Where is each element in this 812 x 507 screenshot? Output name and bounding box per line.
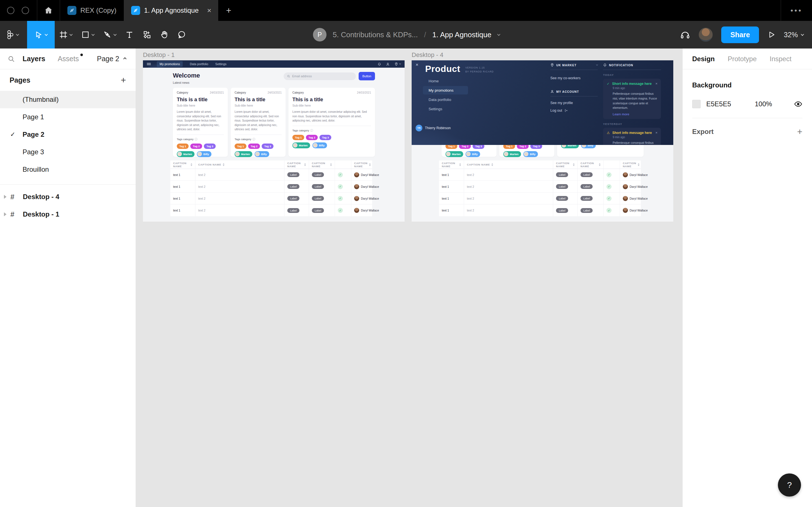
comment-tool-button[interactable] <box>173 21 190 49</box>
breadcrumb-project[interactable]: 5. Contributions & KDPs... <box>333 31 418 39</box>
main-toolbar: P 5. Contributions & KDPs... / 1. App Ag… <box>0 21 812 49</box>
page-item-page2[interactable]: ✓ Page 2 <box>0 126 136 143</box>
page-item-page1[interactable]: Page 1 <box>0 108 136 126</box>
mock-member-name: Marten <box>241 153 250 156</box>
layer-item-desktop-4[interactable]: # Desktop - 4 <box>0 188 136 206</box>
expand-triangle-icon[interactable] <box>4 212 6 216</box>
background-color-swatch[interactable] <box>692 100 701 108</box>
visibility-eye-icon[interactable] <box>794 100 802 108</box>
notification-body: Pellentesque consequat finibus nisi, vit… <box>613 91 657 110</box>
frame-tool-button[interactable] <box>55 21 77 49</box>
help-button[interactable]: ? <box>778 473 801 497</box>
frame-title-desktop-4[interactable]: Desktop - 4 <box>412 51 444 59</box>
mock-product-title: Product <box>425 64 460 74</box>
page-item-page3[interactable]: Page 3 <box>0 143 136 161</box>
canvas-frame-desktop-4[interactable]: My promotions Data portfolio Settings We… <box>412 60 673 222</box>
avatar <box>623 196 628 201</box>
search-icon[interactable] <box>0 55 22 63</box>
chevron-down-icon <box>596 64 598 66</box>
check-badge: ✓ <box>606 196 612 201</box>
mock-card-subtitle: Sub-title here <box>292 104 371 107</box>
cell-text1: text 1 <box>170 181 195 192</box>
layer-item-desktop-1[interactable]: # Desktop - 1 <box>0 206 136 223</box>
mock-nav-my-promotions: My promotions <box>157 61 183 67</box>
tab-inspect[interactable]: Inspect <box>770 55 792 63</box>
avatar <box>255 152 260 156</box>
close-icon: × <box>655 81 657 86</box>
mock-user-name: Thierry Robinson <box>425 126 451 130</box>
tab-prototype[interactable]: Prototype <box>728 55 757 63</box>
table-row: text 1 text 2 Label Label ✓ Daryl Wallac… <box>170 192 372 205</box>
mock-member-name: Marten <box>183 153 192 156</box>
pen-tool-button[interactable] <box>99 21 121 49</box>
tab-layers[interactable]: Layers <box>22 55 45 63</box>
close-tab-icon[interactable]: × <box>206 6 213 15</box>
location-pin-icon <box>395 62 398 66</box>
window-control-icon[interactable] <box>7 7 14 14</box>
hand-tool-button[interactable] <box>156 21 173 49</box>
mock-user-row: TR Thierry Robinson <box>416 125 451 131</box>
mock-tag: Tag 1 <box>177 144 189 149</box>
move-tool-button[interactable] <box>27 21 55 49</box>
tab-app-agnostique[interactable]: 1. App Agnostique × <box>124 0 218 21</box>
tab-design[interactable]: Design <box>692 55 715 63</box>
text-tool-button[interactable] <box>121 21 138 49</box>
mock-table-header: CAPTION NAME CAPTION NAME CAPTION NAME C… <box>439 160 641 169</box>
mock-card-title: This is a title <box>177 97 224 103</box>
main-menu-button[interactable] <box>0 21 23 49</box>
label-pill: Label <box>287 196 299 201</box>
mock-member-name: Billy <box>203 153 209 156</box>
notification-card-success: ✓ Short info message here × 9 min ago Pe… <box>603 79 661 119</box>
check-badge: ✓ <box>606 208 612 213</box>
share-button[interactable]: Share <box>721 26 759 43</box>
mock-notification-title: NOTIFICATION <box>609 63 633 67</box>
cell-text2: text 2 <box>464 169 553 180</box>
frame-tool-icon <box>59 31 68 39</box>
background-opacity-value[interactable]: 100% <box>755 100 772 108</box>
new-tab-button[interactable]: + <box>218 0 239 21</box>
table-row: text 1 text 2 Label Label ✓ Daryl Wallac… <box>170 205 372 216</box>
mock-card: Category 24/03/2021 This is a title Sub-… <box>231 88 286 157</box>
mock-byline: BY PERNOD RICARD <box>465 70 494 73</box>
bell-icon <box>603 63 607 67</box>
pages-title: Pages <box>10 76 31 84</box>
frame-title-desktop-1[interactable]: Desktop - 1 <box>143 51 175 59</box>
add-export-button[interactable]: + <box>797 127 802 136</box>
background-hex-value[interactable]: E5E5E5 <box>706 100 743 108</box>
shape-tool-button[interactable] <box>77 21 99 49</box>
tab-assets[interactable]: Assets <box>58 55 79 63</box>
mock-button: Button <box>359 72 375 80</box>
mock-member-chip: Marten <box>292 143 310 148</box>
mock-member-name: Marten <box>299 144 308 147</box>
canvas-frame-desktop-1[interactable]: My promotions Data portfolio Settings We… <box>143 60 405 222</box>
mock-card-body: Lorem ipsum dolor sit amet, consectetur … <box>292 110 371 123</box>
column-header: CAPTION NAME <box>623 162 636 168</box>
tab-label: 1. App Agnostique <box>144 6 199 14</box>
present-play-icon[interactable] <box>767 31 775 39</box>
table-row: text 1 text 2 Label Label ✓ Daryl Wallac… <box>170 169 372 181</box>
audio-headphones-icon[interactable] <box>680 30 690 40</box>
resources-tool-button[interactable] <box>138 21 156 49</box>
expand-triangle-icon[interactable] <box>4 195 6 199</box>
window-control-icon[interactable] <box>22 7 29 14</box>
more-menu-icon[interactable]: ••• <box>781 0 812 21</box>
chevron-down-icon[interactable] <box>497 33 500 36</box>
page-item-label: Brouillon <box>22 166 49 173</box>
label-pill: Label <box>581 172 593 177</box>
label-pill: Label <box>312 172 324 177</box>
home-button[interactable] <box>37 0 60 21</box>
tab-rex-copy[interactable]: REX (Copy) <box>60 0 124 21</box>
zoom-control[interactable]: 32% <box>784 31 804 39</box>
page-item-thumbnail[interactable]: (Thumbnail) <box>0 91 136 108</box>
mock-menu-my-promotions: My promotions <box>423 86 468 95</box>
avatar <box>313 143 317 148</box>
notification-learn-more: Learn more <box>613 113 657 116</box>
add-page-button[interactable]: + <box>121 75 126 84</box>
page-selector[interactable]: Page 2 <box>97 55 126 63</box>
user-avatar[interactable] <box>699 27 713 42</box>
page-item-brouillon[interactable]: Brouillon <box>0 161 136 178</box>
avatar <box>354 196 359 201</box>
check-badge: ✓ <box>338 208 343 213</box>
cell-text2: text 2 <box>195 192 285 204</box>
breadcrumb-file[interactable]: 1. App Agnostique <box>432 31 491 39</box>
